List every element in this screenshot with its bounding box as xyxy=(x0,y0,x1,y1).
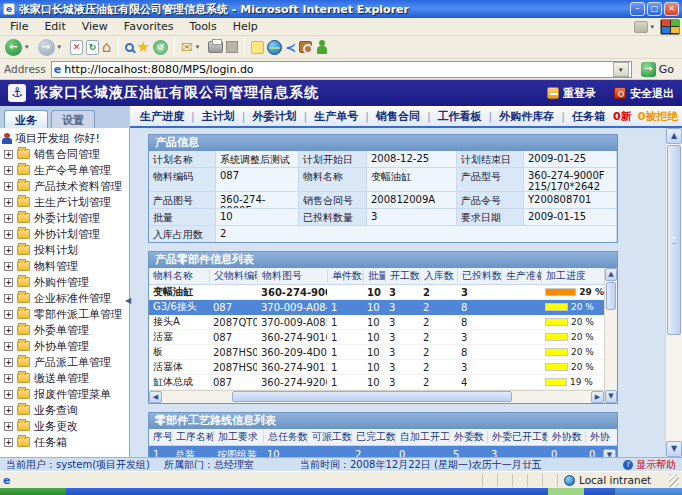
expand-icon[interactable]: + xyxy=(4,342,13,351)
taskbar-item[interactable] xyxy=(548,488,584,495)
expand-icon[interactable]: + xyxy=(4,406,13,415)
back-dropdown-icon[interactable]: ▾ xyxy=(25,43,29,51)
refresh-icon[interactable]: ↻ xyxy=(86,40,99,55)
nav-item[interactable]: 外委计划 xyxy=(235,109,297,124)
close-button[interactable]: ✕ xyxy=(664,2,679,16)
scroll-down-icon[interactable]: ▼ xyxy=(603,449,616,457)
nav-item[interactable]: 任务箱 xyxy=(554,109,605,124)
expand-icon[interactable]: + xyxy=(4,150,13,159)
scroll-left-icon[interactable]: ◀ xyxy=(149,391,162,403)
minimize-button[interactable]: – xyxy=(630,2,645,16)
main-vscroll-thumb[interactable] xyxy=(667,145,681,335)
sidebar-item[interactable]: + 产品派工单管理 xyxy=(2,354,129,370)
search-icon[interactable] xyxy=(125,43,134,52)
expand-icon[interactable]: + xyxy=(4,326,13,335)
start-button[interactable] xyxy=(0,488,66,495)
globe-icon[interactable] xyxy=(267,40,282,55)
badge-rejected-tasks[interactable]: 0被拒绝 xyxy=(638,109,679,124)
menu-item[interactable]: Help xyxy=(225,18,266,35)
menu-item[interactable]: View xyxy=(74,18,116,35)
expand-icon[interactable]: + xyxy=(4,262,13,271)
forward-dropdown-icon[interactable]: ▾ xyxy=(58,43,62,51)
main-vscrollbar[interactable]: ▲ ▼ xyxy=(665,128,682,457)
expand-icon[interactable]: + xyxy=(4,358,13,367)
nav-item[interactable]: 主计划 xyxy=(184,109,235,124)
stop-icon[interactable]: ✕ xyxy=(70,40,83,55)
sidebar-item[interactable]: + 主生产计划管理 xyxy=(2,194,129,210)
expand-icon[interactable]: + xyxy=(4,310,13,319)
parts-table-row[interactable]: 变幅油缸 360-274-9000F 10 3 2 3 xyxy=(149,285,604,300)
messenger-buddy-icon[interactable] xyxy=(315,40,328,54)
maximize-button[interactable]: □ xyxy=(647,2,662,16)
expand-icon[interactable]: + xyxy=(4,294,13,303)
back-icon[interactable]: ← xyxy=(5,39,22,56)
sidebar-item[interactable]: + 外购件管理 xyxy=(2,274,129,290)
nav-item[interactable]: 生产进度 xyxy=(140,109,184,124)
logout-button[interactable]: 安全退出 xyxy=(614,86,674,101)
address-dropdown-icon[interactable]: ▾ xyxy=(613,62,629,77)
scroll-up-icon[interactable]: ▲ xyxy=(666,128,682,144)
sidebar-item[interactable]: + 产品技术资料管理 xyxy=(2,178,129,194)
menu-item[interactable]: Favorites xyxy=(116,18,182,35)
parts-table-row[interactable]: G3/6接头 087 370-009-A0840 1 10 3 2 8 xyxy=(149,300,604,315)
messenger-swoosh-icon[interactable]: ≺ xyxy=(285,40,296,55)
home-icon[interactable]: ⌂ xyxy=(102,40,112,55)
expand-icon[interactable]: + xyxy=(4,374,13,383)
edit-icon[interactable] xyxy=(226,41,238,53)
sidebar-item[interactable]: + 缴送单管理 xyxy=(2,370,129,386)
menu-item[interactable]: Edit xyxy=(36,18,73,35)
sidebar-item[interactable]: + 销售合同管理 xyxy=(2,146,129,162)
tree-user-node[interactable]: 项目开发组 你好! xyxy=(2,130,129,146)
expand-icon[interactable]: + xyxy=(4,198,13,207)
favorites-icon[interactable]: ★ xyxy=(137,40,150,55)
mail-icon[interactable]: ✉ xyxy=(181,40,193,54)
vscroll-thumb[interactable] xyxy=(606,282,616,310)
expand-icon[interactable]: + xyxy=(4,438,13,447)
expand-icon[interactable]: + xyxy=(4,182,13,191)
sidebar-item[interactable]: + 外委计划管理 xyxy=(2,210,129,226)
parts-table-row[interactable]: 接头A 2087QT002 370-009-A0850 1 10 3 2 8 xyxy=(149,315,604,330)
parts-table-hscrollbar[interactable]: ◀ ▶ xyxy=(149,390,604,403)
address-input[interactable] xyxy=(64,63,609,76)
nav-item[interactable]: 销售合同 xyxy=(358,109,420,124)
parts-table-vscrollbar[interactable]: ▲ ▼ xyxy=(604,268,617,403)
menu-item[interactable]: File xyxy=(2,18,36,35)
scroll-down-icon[interactable]: ▼ xyxy=(605,390,617,403)
nav-item[interactable]: 工作看板 xyxy=(420,109,482,124)
scroll-right-icon[interactable]: ▶ xyxy=(591,391,604,403)
sidebar-item[interactable]: + 业务查询 xyxy=(2,402,129,418)
expand-icon[interactable]: + xyxy=(4,390,13,399)
tab-settings[interactable]: 设置 xyxy=(51,110,95,128)
hscroll-thumb[interactable] xyxy=(232,391,512,402)
expand-icon[interactable]: + xyxy=(4,230,13,239)
sidebar-item[interactable]: + 业务更改 xyxy=(2,418,129,434)
scroll-up-icon[interactable]: ▲ xyxy=(605,268,617,281)
relogin-button[interactable]: 重登录 xyxy=(547,86,596,101)
sidebar-item[interactable]: + 物料管理 xyxy=(2,258,129,274)
notes-icon[interactable] xyxy=(251,41,264,54)
parts-table-row[interactable]: 活塞体 2087HS002 360-274-9011W 1 10 3 2 3 xyxy=(149,360,604,375)
sidebar-item[interactable]: + 外委单管理 xyxy=(2,322,129,338)
taskbar-buttons[interactable] xyxy=(66,488,614,495)
scroll-down-icon[interactable]: ▼ xyxy=(666,441,682,457)
badge-new-tasks[interactable]: 0新 xyxy=(613,109,632,124)
forward-icon[interactable]: → xyxy=(38,39,55,56)
sidebar-item[interactable]: + 企业标准件管理 xyxy=(2,290,129,306)
sidebar-item[interactable]: + 生产令号单管理 xyxy=(2,162,129,178)
route-table-row[interactable]: 1 总装 按图组装 10 2 0 5 3 0 0 xyxy=(149,446,617,457)
sidebar-item[interactable]: + 投料计划 xyxy=(2,242,129,258)
toolbar-extension-icon[interactable] xyxy=(634,21,648,33)
expand-icon[interactable]: + xyxy=(4,422,13,431)
parts-table-row[interactable]: 活塞 087 360-274-9010F 1 10 3 2 3 xyxy=(149,330,604,345)
parts-table-row[interactable]: 缸体总成 087 360-274-9200F 1 10 3 2 4 xyxy=(149,375,604,390)
nav-item[interactable]: 生产单号 xyxy=(296,109,358,124)
research-icon[interactable] xyxy=(299,41,312,53)
address-field[interactable]: e ▾ xyxy=(51,61,632,78)
expand-icon[interactable]: + xyxy=(4,278,13,287)
expand-icon[interactable]: + xyxy=(4,246,13,255)
tab-business[interactable]: 业务 xyxy=(4,110,48,128)
chevron-down-icon[interactable]: ▾ xyxy=(650,23,654,31)
sidebar-item[interactable]: + 外协计划管理 xyxy=(2,226,129,242)
expand-icon[interactable]: + xyxy=(4,166,13,175)
go-button[interactable]: → Go xyxy=(637,62,678,77)
